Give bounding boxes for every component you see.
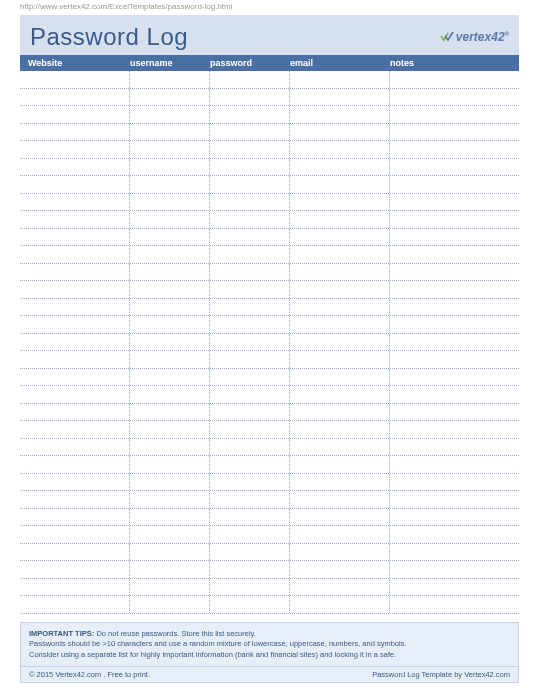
table-row (20, 71, 519, 89)
table-cell (210, 526, 290, 543)
table-cell (130, 369, 210, 386)
table-cell (210, 159, 290, 176)
tips-line-1: Do not reuse passwords. Store this list … (96, 629, 256, 638)
table-cell (290, 404, 390, 421)
table-cell (290, 246, 390, 263)
column-header-username: username (130, 58, 210, 68)
table-cell (290, 124, 390, 141)
table-cell (210, 89, 290, 106)
logo-checkmark-icon (440, 31, 454, 43)
table-cell (20, 386, 130, 403)
table-cell (210, 369, 290, 386)
table-cell (290, 264, 390, 281)
table-cell (210, 316, 290, 333)
table-cell (210, 141, 290, 158)
table-row (20, 106, 519, 124)
tips-line-2: Passwords should be >10 characters and u… (29, 639, 407, 648)
table-cell (290, 106, 390, 123)
table-cell (390, 229, 519, 246)
table-row (20, 246, 519, 264)
table-cell (290, 474, 390, 491)
table-cell (130, 456, 210, 473)
table-cell (290, 281, 390, 298)
table-cell (390, 281, 519, 298)
table-row (20, 141, 519, 159)
table-cell (210, 439, 290, 456)
table-cell (210, 421, 290, 438)
table-row (20, 211, 519, 229)
table-cell (20, 439, 130, 456)
table-cell (210, 561, 290, 578)
table-cell (390, 316, 519, 333)
vertex42-logo: vertex42® (440, 30, 509, 44)
table-row (20, 334, 519, 352)
table-cell (130, 579, 210, 596)
table-cell (210, 176, 290, 193)
table-cell (20, 281, 130, 298)
table-cell (390, 404, 519, 421)
table-cell (130, 229, 210, 246)
table-row (20, 439, 519, 457)
table-cell (20, 316, 130, 333)
table-cell (390, 264, 519, 281)
table-cell (290, 544, 390, 561)
table-cell (210, 334, 290, 351)
table-row (20, 526, 519, 544)
table-row (20, 159, 519, 177)
table-row (20, 404, 519, 422)
table-row (20, 194, 519, 212)
table-row (20, 596, 519, 614)
table-cell (210, 596, 290, 613)
table-cell (390, 439, 519, 456)
table-cell (130, 124, 210, 141)
table-cell (130, 404, 210, 421)
table-cell (210, 211, 290, 228)
table-row (20, 579, 519, 597)
footer-copyright: © 2015 Vertex42.com . Free to print. (29, 670, 150, 679)
table-cell (390, 351, 519, 368)
table-row (20, 264, 519, 282)
page-title: Password Log (30, 23, 188, 51)
table-cell (20, 176, 130, 193)
table-cell (210, 264, 290, 281)
table-row (20, 386, 519, 404)
table-cell (20, 211, 130, 228)
footer: © 2015 Vertex42.com . Free to print. Pas… (20, 667, 519, 683)
table-cell (390, 474, 519, 491)
table-cell (210, 71, 290, 88)
table-cell (290, 194, 390, 211)
table-cell (130, 106, 210, 123)
table-cell (210, 456, 290, 473)
logo-text: vertex42® (456, 30, 509, 44)
table-cell (390, 421, 519, 438)
table-cell (290, 491, 390, 508)
table-row (20, 509, 519, 527)
table-cell (20, 369, 130, 386)
table-cell (130, 351, 210, 368)
table-cell (20, 264, 130, 281)
table-cell (130, 211, 210, 228)
table-cell (390, 194, 519, 211)
source-url: http://www.vertex42.com/ExcelTemplates/p… (0, 0, 539, 15)
table-cell (130, 299, 210, 316)
table-row (20, 89, 519, 107)
table-cell (290, 299, 390, 316)
table-cell (210, 246, 290, 263)
table-cell (20, 491, 130, 508)
table-row (20, 491, 519, 509)
table-cell (290, 456, 390, 473)
table-cell (130, 596, 210, 613)
table-cell (20, 334, 130, 351)
table-cell (210, 229, 290, 246)
table-cell (390, 491, 519, 508)
table-cell (210, 404, 290, 421)
table-cell (130, 491, 210, 508)
table-cell (20, 229, 130, 246)
table-cell (290, 141, 390, 158)
table-cell (390, 526, 519, 543)
table-cell (290, 316, 390, 333)
tips-label: IMPORTANT TIPS: (29, 629, 94, 638)
table-row (20, 369, 519, 387)
table-cell (390, 71, 519, 88)
table-cell (390, 456, 519, 473)
